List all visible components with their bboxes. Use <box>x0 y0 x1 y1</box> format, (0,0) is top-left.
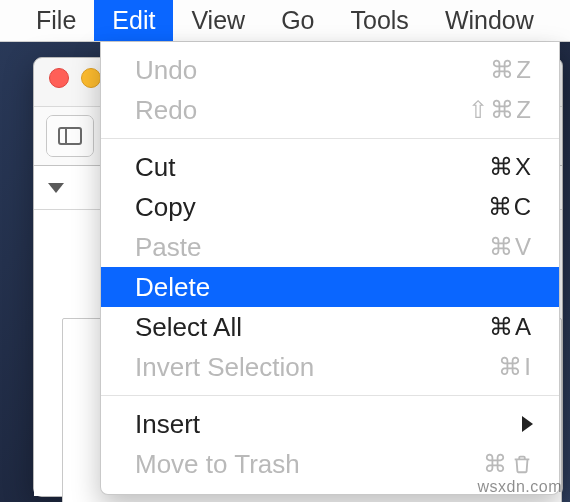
menu-item-shortcut: ⌘Z <box>490 56 533 84</box>
menu-item-shortcut: ⇧⌘Z <box>468 96 533 124</box>
menu-item-undo[interactable]: Undo ⌘Z <box>101 50 559 90</box>
menu-item-label: Paste <box>135 232 489 263</box>
edit-menu-dropdown: Undo ⌘Z Redo ⇧⌘Z Cut ⌘X Copy ⌘C Paste ⌘V… <box>100 42 560 495</box>
sidebar-icon <box>58 127 82 145</box>
menu-item-shortcut: ⌘X <box>489 153 533 181</box>
menu-separator <box>101 395 559 396</box>
menu-item-label: Insert <box>135 409 522 440</box>
menu-item-shortcut <box>522 416 533 432</box>
disclosure-triangle-icon <box>48 183 64 193</box>
menu-item-delete[interactable]: Delete <box>101 267 559 307</box>
minimize-icon[interactable] <box>81 68 101 88</box>
window-controls <box>49 68 101 88</box>
menu-item-select-all[interactable]: Select All ⌘A <box>101 307 559 347</box>
menu-item-shortcut: ⌘A <box>489 313 533 341</box>
menu-item-shortcut: ⌘ <box>483 450 533 478</box>
menu-tools[interactable]: Tools <box>333 0 427 41</box>
menu-item-label: Select All <box>135 312 489 343</box>
menubar: File Edit View Go Tools Window <box>0 0 570 42</box>
shortcut-text: ⌘ <box>483 450 509 478</box>
submenu-arrow-icon <box>522 416 533 432</box>
menu-item-label: Invert Selection <box>135 352 498 383</box>
menu-view[interactable]: View <box>173 0 263 41</box>
menu-item-label: Move to Trash <box>135 449 483 480</box>
menu-separator <box>101 138 559 139</box>
menu-item-shortcut: ⌘I <box>498 353 533 381</box>
menu-item-shortcut: ⌘V <box>489 233 533 261</box>
menu-file[interactable]: File <box>18 0 94 41</box>
watermark: wsxdn.com <box>477 478 562 496</box>
menu-item-copy[interactable]: Copy ⌘C <box>101 187 559 227</box>
menu-edit[interactable]: Edit <box>94 0 173 41</box>
menu-item-label: Cut <box>135 152 489 183</box>
sidebar-toggle-group <box>46 115 94 157</box>
menu-item-shortcut: ⌘C <box>488 193 533 221</box>
menu-item-invert-selection[interactable]: Invert Selection ⌘I <box>101 347 559 387</box>
menu-item-redo[interactable]: Redo ⇧⌘Z <box>101 90 559 130</box>
menu-item-insert[interactable]: Insert <box>101 404 559 444</box>
menu-window[interactable]: Window <box>427 0 552 41</box>
menu-item-label: Delete <box>135 272 533 303</box>
menu-item-paste[interactable]: Paste ⌘V <box>101 227 559 267</box>
menu-item-label: Copy <box>135 192 488 223</box>
menu-item-cut[interactable]: Cut ⌘X <box>101 147 559 187</box>
close-icon[interactable] <box>49 68 69 88</box>
menu-item-label: Undo <box>135 55 490 86</box>
menu-go[interactable]: Go <box>263 0 332 41</box>
sidebar-toggle-button[interactable] <box>47 116 93 156</box>
menu-item-label: Redo <box>135 95 468 126</box>
trash-icon <box>511 453 533 475</box>
